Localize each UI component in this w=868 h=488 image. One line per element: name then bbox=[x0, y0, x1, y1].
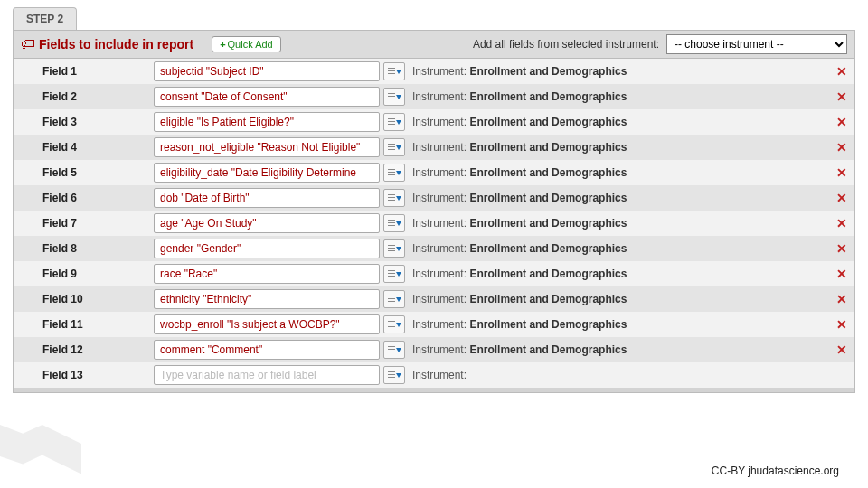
instrument-label: Instrument: Enrollment and Demographics bbox=[405, 289, 829, 309]
remove-field-button[interactable]: ✕ bbox=[829, 64, 854, 79]
field-input[interactable] bbox=[154, 213, 380, 233]
list-icon bbox=[388, 67, 395, 76]
remove-field-button[interactable]: ✕ bbox=[829, 267, 854, 281]
field-input[interactable] bbox=[154, 61, 380, 81]
quick-add-label: Quick Add bbox=[228, 39, 273, 50]
chevron-down-icon bbox=[396, 247, 401, 251]
section-title: Fields to include in report bbox=[39, 37, 193, 52]
list-icon bbox=[388, 117, 395, 127]
footer-strip bbox=[13, 388, 855, 393]
field-label: Field 10 bbox=[14, 289, 154, 309]
chevron-down-icon bbox=[396, 348, 401, 352]
instrument-label: Instrument: Enrollment and Demographics bbox=[405, 239, 829, 258]
section-header-bar: 🏷 Fields to include in report + Quick Ad… bbox=[13, 30, 855, 59]
watermark-graphic bbox=[0, 425, 81, 488]
list-icon bbox=[388, 320, 395, 329]
tab-step-2[interactable]: STEP 2 bbox=[13, 7, 77, 30]
field-dropdown-button[interactable] bbox=[383, 214, 405, 232]
remove-field-button[interactable]: ✕ bbox=[829, 89, 854, 104]
chevron-down-icon bbox=[396, 272, 401, 277]
instrument-label: Instrument: Enrollment and Demographics bbox=[405, 87, 829, 107]
field-row: Field 7Instrument: Enrollment and Demogr… bbox=[14, 211, 854, 236]
instrument-label: Instrument: bbox=[405, 365, 829, 385]
field-input[interactable] bbox=[154, 365, 380, 385]
field-row: Field 6Instrument: Enrollment and Demogr… bbox=[14, 185, 854, 211]
remove-field-button[interactable]: ✕ bbox=[829, 140, 854, 155]
list-icon bbox=[388, 371, 395, 380]
field-dropdown-button[interactable] bbox=[383, 366, 405, 384]
credit-text: CC-BY jhudatascience.org bbox=[712, 465, 839, 477]
chevron-down-icon bbox=[396, 145, 401, 150]
field-input[interactable] bbox=[154, 340, 380, 360]
field-input[interactable] bbox=[154, 188, 380, 208]
field-dropdown-button[interactable] bbox=[383, 341, 405, 359]
field-input[interactable] bbox=[154, 137, 380, 157]
instrument-select[interactable]: -- choose instrument -- bbox=[666, 34, 847, 54]
field-label: Field 3 bbox=[14, 112, 154, 132]
field-row: Field 5Instrument: Enrollment and Demogr… bbox=[14, 160, 854, 185]
field-row: Field 3Instrument: Enrollment and Demogr… bbox=[14, 109, 854, 135]
field-label: Field 9 bbox=[14, 264, 154, 284]
field-dropdown-button[interactable] bbox=[383, 62, 405, 80]
field-label: Field 7 bbox=[14, 213, 154, 233]
field-input[interactable] bbox=[154, 314, 380, 334]
instrument-label: Instrument: Enrollment and Demographics bbox=[405, 112, 829, 132]
chevron-down-icon bbox=[396, 171, 401, 175]
list-icon bbox=[388, 269, 395, 278]
field-row: Field 13Instrument: bbox=[14, 362, 854, 388]
field-input[interactable] bbox=[154, 239, 380, 258]
chevron-down-icon bbox=[396, 323, 401, 327]
field-label: Field 11 bbox=[14, 314, 154, 334]
field-dropdown-button[interactable] bbox=[383, 265, 405, 283]
remove-field-button[interactable]: ✕ bbox=[829, 191, 854, 205]
remove-field-button[interactable]: ✕ bbox=[829, 292, 854, 306]
field-row: Field 4Instrument: Enrollment and Demogr… bbox=[14, 135, 854, 160]
instrument-label: Instrument: Enrollment and Demographics bbox=[405, 213, 829, 233]
chevron-down-icon bbox=[396, 196, 401, 201]
list-icon bbox=[388, 92, 395, 101]
list-icon bbox=[388, 193, 395, 202]
instrument-label: Instrument: Enrollment and Demographics bbox=[405, 61, 829, 81]
remove-field-button[interactable]: ✕ bbox=[829, 343, 854, 357]
field-dropdown-button[interactable] bbox=[383, 315, 405, 333]
field-dropdown-button[interactable] bbox=[383, 138, 405, 156]
field-input[interactable] bbox=[154, 289, 380, 309]
remove-field-button[interactable]: ✕ bbox=[829, 216, 854, 230]
chevron-down-icon bbox=[396, 221, 401, 226]
field-dropdown-button[interactable] bbox=[383, 113, 405, 131]
field-label: Field 2 bbox=[14, 87, 154, 107]
field-input[interactable] bbox=[154, 163, 380, 183]
quick-add-button[interactable]: + Quick Add bbox=[212, 36, 281, 52]
remove-field-button[interactable]: ✕ bbox=[829, 165, 854, 180]
plus-icon: + bbox=[220, 39, 225, 50]
list-icon bbox=[388, 295, 395, 304]
field-dropdown-button[interactable] bbox=[383, 239, 405, 258]
tags-icon: 🏷 bbox=[21, 37, 35, 52]
field-label: Field 4 bbox=[14, 137, 154, 157]
remove-field-button[interactable]: ✕ bbox=[829, 317, 854, 332]
instrument-label: Instrument: Enrollment and Demographics bbox=[405, 188, 829, 208]
field-dropdown-button[interactable] bbox=[383, 88, 405, 106]
field-dropdown-button[interactable] bbox=[383, 164, 405, 182]
field-row: Field 12Instrument: Enrollment and Demog… bbox=[14, 337, 854, 362]
field-input[interactable] bbox=[154, 87, 380, 107]
field-label: Field 12 bbox=[14, 340, 154, 360]
fields-list: Field 1Instrument: Enrollment and Demogr… bbox=[13, 59, 855, 388]
chevron-down-icon bbox=[396, 297, 401, 302]
field-dropdown-button[interactable] bbox=[383, 290, 405, 308]
field-label: Field 13 bbox=[14, 365, 154, 385]
list-icon bbox=[388, 168, 395, 177]
field-row: Field 8Instrument: Enrollment and Demogr… bbox=[14, 236, 854, 261]
field-input[interactable] bbox=[154, 264, 380, 284]
remove-field-button[interactable]: ✕ bbox=[829, 241, 854, 256]
field-dropdown-button[interactable] bbox=[383, 189, 405, 207]
remove-field-button[interactable]: ✕ bbox=[829, 115, 854, 129]
chevron-down-icon bbox=[396, 70, 401, 74]
instrument-label: Instrument: Enrollment and Demographics bbox=[405, 264, 829, 284]
field-input[interactable] bbox=[154, 112, 380, 132]
field-label: Field 8 bbox=[14, 239, 154, 258]
list-icon bbox=[388, 143, 395, 152]
add-all-fields-label: Add all fields from selected instrument: bbox=[473, 38, 659, 51]
instrument-label: Instrument: Enrollment and Demographics bbox=[405, 163, 829, 183]
field-row: Field 10Instrument: Enrollment and Demog… bbox=[14, 286, 854, 312]
